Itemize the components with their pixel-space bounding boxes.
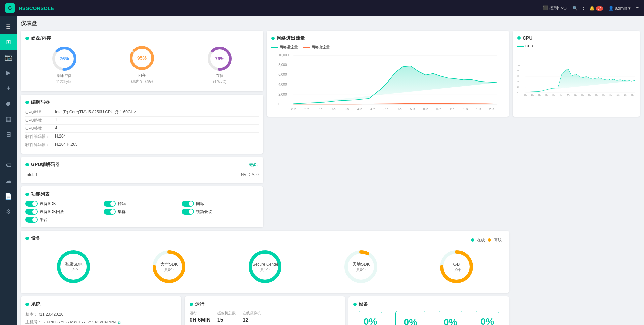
bottom-device-0: 0% 云设备 — [359, 311, 382, 325]
feature-transcode-toggle[interactable] — [104, 201, 116, 207]
copy-icon[interactable]: ⧉ — [118, 320, 121, 325]
bottom-device-1: 0% RTSP/RTMP — [395, 311, 425, 325]
disk-donut-svg: 76% — [51, 45, 78, 72]
chevron-down-icon: ▾ — [628, 6, 631, 11]
svg-text:27s: 27s — [304, 107, 309, 111]
encoder-title: 编解码器 — [25, 99, 259, 105]
device-item-4: GB 共0个 — [438, 248, 475, 285]
svg-text:76%: 76% — [215, 56, 225, 61]
bottom-devices-title: 设备 — [353, 301, 504, 307]
svg-text:55s: 55s — [581, 94, 584, 96]
sidebar-item-playback[interactable]: ▶ — [0, 65, 17, 80]
disk-dot — [25, 37, 29, 40]
feature-national-std-toggle[interactable] — [182, 201, 194, 207]
svg-text:27s: 27s — [531, 94, 534, 96]
svg-text:59s: 59s — [410, 107, 415, 111]
disk-donut: 76% 剩余空间 112Gbytes — [51, 45, 78, 84]
colon-separator: : — [583, 6, 584, 11]
memory-donut: 95% 内存 (总内存: 7.9G) — [128, 45, 155, 84]
running-card: 运行 运行 0H 6MIN 摄像机总数 15 在线摄像机 12 — [185, 296, 345, 325]
cpu-dot — [517, 36, 521, 40]
admin-menu[interactable]: 👤 admin ▾ — [608, 6, 631, 11]
system-card: 系统 版本： r11.2.0420.20 主机号： ZDJlNDBiYmE2YT… — [21, 296, 181, 325]
user-icon: 👤 — [608, 6, 614, 11]
sidebar-item-recording[interactable]: ⏺ — [0, 96, 17, 111]
feature-video-conf-toggle[interactable] — [182, 209, 194, 215]
gpu-intel: Intel: 1 — [25, 172, 38, 177]
svg-text:07s: 07s — [436, 107, 441, 111]
donut-row: 76% 剩余空间 112Gbytes 95% 内存 (总内存: 7.9G — [25, 45, 259, 84]
svg-text:03s: 03s — [595, 94, 598, 96]
bottom-row: 系统 版本： r11.2.0420.20 主机号： ZDJlNDBiYmE2YT… — [21, 296, 509, 325]
monitor-icon: ⬛ — [543, 5, 548, 10]
feature-cluster-toggle[interactable] — [104, 209, 116, 215]
network-chart-card: 网络进出流量 网络进流量 网络出流量 10,000 8,000 6,000 4,… — [267, 31, 509, 117]
feature-sdk-playback-toggle[interactable] — [25, 209, 38, 215]
sidebar-item-analytics[interactable]: ✦ — [0, 80, 17, 96]
feature-sdk-toggle[interactable] — [25, 201, 38, 207]
cpu-chart-card: CPU CPU 100 80 60 40 20 0 — [513, 31, 640, 117]
svg-text:31s: 31s — [318, 107, 323, 111]
notification-button[interactable]: 🔔 84 — [589, 6, 603, 11]
device-item-2: iSecure Center 共1个 — [247, 248, 283, 285]
bottom-devices-card: 设备 0% 云设备 0% RTSP/RTMP 0% ONVIF — [348, 296, 509, 325]
svg-text:6,000: 6,000 — [278, 73, 287, 76]
svg-text:35s: 35s — [331, 107, 336, 111]
disk-memory-title: 硬盘/内存 — [25, 35, 259, 41]
gpu-title: GPU编解码器 — [25, 162, 60, 168]
right-panel: 硬盘/内存 76% 剩余空间 112Gbytes — [21, 31, 263, 227]
hamburger-menu-button[interactable]: ≡ — [636, 6, 639, 11]
legend-in: 网络进流量 — [271, 45, 298, 50]
cpu-chart-title: CPU — [517, 35, 635, 41]
feature-grid: 设备SDK 转码 国标 设备SDK回放 — [25, 201, 259, 223]
sidebar-item-tag[interactable]: 🏷 — [0, 158, 17, 173]
svg-text:10,000: 10,000 — [278, 53, 289, 57]
encoder-row-4: 软件解码器： H.264 H.265 — [25, 141, 259, 149]
svg-text:40: 40 — [517, 80, 519, 83]
notification-badge: 84 — [596, 6, 603, 11]
network-dot — [271, 37, 275, 40]
svg-text:39s: 39s — [552, 94, 555, 96]
feature-list-card: 功能列表 设备SDK 转码 国标 — [21, 186, 263, 227]
gpu-row: Intel: 1 NVIDIA: 0 — [25, 171, 259, 178]
sidebar-item-camera[interactable]: 📷 — [0, 50, 17, 65]
svg-text:iSecure Center: iSecure Center — [252, 262, 278, 267]
feature-cluster: 集群 — [104, 209, 180, 215]
network-chart-title: 网络进出流量 — [271, 35, 504, 41]
svg-point-77 — [346, 252, 376, 281]
online-offline-legend: 在线 高线 — [471, 237, 502, 243]
sidebar-item-grid[interactable]: ▦ — [0, 111, 17, 127]
gpu-card: GPU编解码器 进多 › Intel: 1 NVIDIA: 0 — [21, 157, 263, 183]
encoder-row-0: CPU型号： Intel(R) Core(TM) i5-8250U CPU @ … — [25, 109, 259, 117]
storage-donut-svg: 76% — [206, 45, 233, 72]
logo-text: HSSCONSOLE — [19, 5, 54, 11]
svg-text:23s: 23s — [631, 94, 634, 96]
encoder-row-3: 软件编码器： H.264 — [25, 133, 259, 141]
running-stat-2: 在线摄像机 12 — [243, 311, 261, 323]
sidebar-item-list[interactable]: ≡ — [0, 142, 17, 158]
cpu-legend: CPU — [517, 44, 635, 48]
svg-text:51s: 51s — [574, 94, 577, 96]
svg-text:95%: 95% — [137, 55, 147, 61]
sys-row-0: 版本： r11.2.0420.20 — [25, 311, 177, 318]
svg-text:0: 0 — [517, 91, 518, 93]
sidebar-item-monitor[interactable]: 🖥 — [0, 127, 17, 142]
svg-point-66 — [59, 252, 88, 281]
sidebar-item-dashboard[interactable]: ⊞ — [0, 34, 17, 50]
sidebar-item-file[interactable]: 📄 — [0, 188, 17, 204]
search-button[interactable]: 🔍 — [572, 6, 578, 11]
svg-text:100: 100 — [517, 65, 520, 67]
svg-text:共2个: 共2个 — [69, 268, 78, 272]
bottom-device-boxes: 0% 云设备 0% RTSP/RTMP 0% ONVIF 0% RTMP推 — [353, 311, 504, 325]
sidebar-item-hamburger[interactable]: ☰ — [0, 19, 17, 34]
svg-text:4,000: 4,000 — [278, 83, 287, 86]
sidebar-item-cloud[interactable]: ☁ — [0, 173, 17, 188]
control-center-button[interactable]: ⬛ 控制中心 — [543, 5, 567, 11]
running-title: 运行 — [190, 301, 341, 307]
svg-point-74 — [250, 252, 280, 281]
svg-text:天地SDK: 天地SDK — [352, 262, 370, 267]
gpu-more-link[interactable]: 进多 › — [249, 162, 259, 167]
feature-platform-toggle[interactable] — [25, 217, 38, 223]
nav-left: G HSSCONSOLE — [5, 3, 54, 13]
sidebar-item-settings[interactable]: ⚙ — [0, 204, 17, 219]
